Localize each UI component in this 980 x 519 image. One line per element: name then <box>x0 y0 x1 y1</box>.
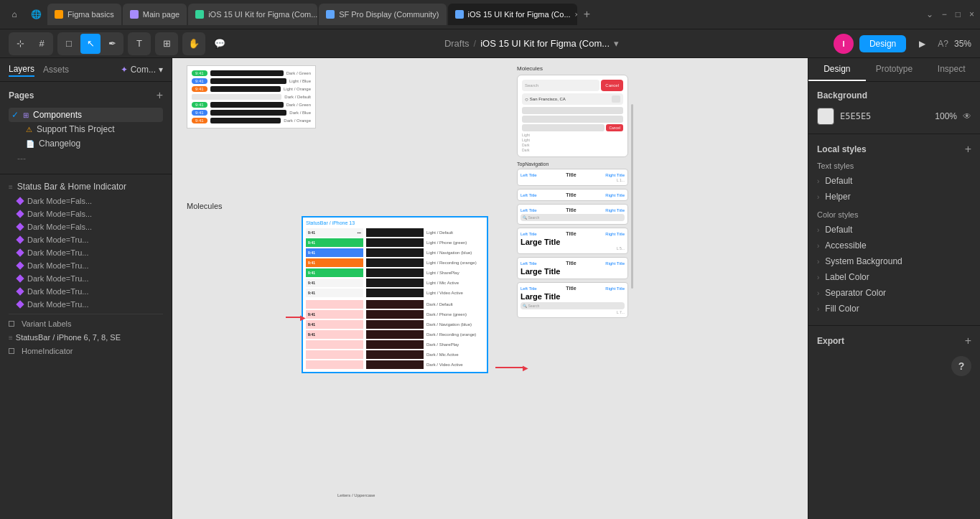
background-swatch[interactable] <box>817 108 834 125</box>
browser-tab-figma-basics[interactable]: Figma basics <box>47 4 121 25</box>
background-hex[interactable]: E5E5E5 <box>840 111 871 121</box>
file-name-label[interactable]: iOS 15 UI Kit for Figma (Com... <box>480 38 610 49</box>
tabs-overflow-icon[interactable]: ⌄ <box>926 9 933 19</box>
tab-design[interactable]: Design <box>808 58 866 81</box>
maximize-icon[interactable]: □ <box>956 9 961 19</box>
shapes-tool[interactable]: □ <box>59 34 79 54</box>
toolbar-tools: ⊹ # □ ↖ ✒ T ⊞ ✋ 💬 <box>9 32 230 55</box>
drafts-label[interactable]: Drafts <box>444 38 470 49</box>
color-style-accessible[interactable]: › Accessible <box>817 238 971 253</box>
share-button[interactable]: Design <box>859 35 906 52</box>
layer-item-2[interactable]: Dark Mode=Fals... <box>0 207 172 220</box>
layer-divider-1 <box>9 314 163 314</box>
layer-item-3[interactable]: Dark Mode=Fals... <box>0 220 172 233</box>
browser-top-bar: ⌂ 🌐 Figma basics Main page iOS 15 UI Kit… <box>0 0 980 29</box>
globe-icon[interactable]: 🌐 <box>27 6 45 23</box>
diamond-icon-3 <box>16 223 24 230</box>
page-item-support[interactable]: ⚠ Support This Project <box>9 122 163 136</box>
panel-community[interactable]: ✦ Com... ▾ <box>121 65 163 75</box>
page-item-components[interactable]: ✓ ⊞ Components <box>9 108 163 122</box>
color-style-default[interactable]: › Default <box>817 222 971 238</box>
pen-tool[interactable]: ✒ <box>102 34 122 54</box>
browser-tab-ios-kit-1[interactable]: iOS 15 UI Kit for Figma (Com... <box>188 4 317 25</box>
color-style-label-color[interactable]: › Label Color <box>817 269 971 285</box>
diamond-icon-5 <box>16 248 24 256</box>
browser-tab-main-page[interactable]: Main page <box>123 4 187 25</box>
toolbar-center: Drafts / iOS 15 UI Kit for Figma (Com...… <box>235 38 828 49</box>
nav-preview-large-2: Left Title Title Right Title Large Title <box>517 257 628 279</box>
browser-tab-ios-kit-active[interactable]: iOS 15 UI Kit for Figma (Co... × <box>448 4 577 25</box>
layer-item-4[interactable]: Dark Mode=Tru... <box>0 233 172 246</box>
background-section: Background E5E5E5 100% 👁 <box>808 82 980 134</box>
frame-tool[interactable]: # <box>32 34 52 54</box>
phone-row-dark-blue: 9:41 Dark / Navigation (blue) <box>306 320 484 329</box>
zoom-display[interactable]: 35% <box>954 39 971 49</box>
move-tool[interactable]: ⊹ <box>10 34 30 54</box>
page-label-support: Support This Project <box>37 124 115 134</box>
phone-row-dark-shareplay: Dark / SharePlay <box>306 340 484 349</box>
browser-tab-sf-pro[interactable]: SF Pro Display (Community) <box>319 4 446 25</box>
tab-inspect[interactable]: Inspect <box>923 58 980 81</box>
tab-layers[interactable]: Layers <box>9 62 34 77</box>
status-bar-layer[interactable]: ≡ StatusBar / iPhone 6, 7, 8, SE <box>0 330 172 345</box>
page-label-components: Components <box>33 110 82 120</box>
canvas-scrollbar[interactable] <box>631 104 633 289</box>
new-tab-button[interactable]: + <box>579 6 596 23</box>
color-style-separator-label: Separator Color <box>825 288 886 298</box>
select-tool[interactable]: ↖ <box>80 34 101 54</box>
layer-item-1[interactable]: Dark Mode=Fals... <box>0 195 172 207</box>
home-icon[interactable]: ⌂ <box>6 6 23 23</box>
help-button[interactable]: ? <box>951 356 971 376</box>
layer-home-indicator[interactable]: HomeIndicator <box>0 345 172 357</box>
tab-prototype[interactable]: Prototype <box>866 58 923 81</box>
play-button[interactable]: ▶ <box>912 34 932 54</box>
component-tool[interactable]: ⊞ <box>157 34 177 54</box>
layer-item-6[interactable]: Dark Mode=Tru... <box>0 259 172 272</box>
minimize-icon[interactable]: − <box>942 9 947 19</box>
add-style-button[interactable]: + <box>965 143 971 156</box>
chevron-icon-color-default: › <box>817 226 819 234</box>
rect-icon <box>9 321 14 327</box>
window-controls: ⌄ − □ × <box>926 9 974 19</box>
right-panel-tabs: Design Prototype Inspect <box>808 58 980 82</box>
eye-icon[interactable]: 👁 <box>963 111 971 121</box>
add-export-button[interactable]: + <box>965 335 971 347</box>
status-bar-main-frame[interactable]: StatusBar / iPhone 13 9:41 ▪▪▪ Light / D… <box>302 216 488 373</box>
add-page-button[interactable]: + <box>157 89 163 102</box>
text-style-default[interactable]: › Default <box>817 173 971 189</box>
close-window-icon[interactable]: × <box>969 9 974 19</box>
color-style-system-bg-label: System Background <box>825 256 902 266</box>
pages-header: Pages + <box>9 89 163 102</box>
text-tool[interactable]: T <box>129 34 149 54</box>
color-style-label-color-label: Label Color <box>825 272 869 282</box>
tab-close-icon[interactable]: × <box>575 9 577 19</box>
layer-item-8[interactable]: Dark Mode=Tru... <box>0 285 172 298</box>
phone-row-light-default: 9:41 ▪▪▪ Light / Default <box>306 228 484 237</box>
layer-item-7[interactable]: Dark Mode=Tru... <box>0 272 172 285</box>
help-container: ? <box>808 356 980 385</box>
layer-variant-labels[interactable]: Variant Labels <box>0 317 172 330</box>
canvas[interactable]: 9:41 Dark / Green 9:41 Light / Blue 9:41… <box>172 58 808 519</box>
phone-row-light-mic: 9:41 Light / Mic Active <box>306 279 484 287</box>
home-rect-icon <box>9 348 14 354</box>
page-label-changelog: Changelog <box>39 139 80 149</box>
comment-tool[interactable]: 💬 <box>210 34 230 54</box>
layer-item-9[interactable]: Dark Mode=Tru... <box>0 298 172 311</box>
prototype-indicator[interactable]: A? <box>938 39 948 49</box>
chevron-icon-fill: › <box>817 305 819 313</box>
file-dropdown-icon[interactable]: ▾ <box>614 38 619 49</box>
color-style-system-bg[interactable]: › System Background <box>817 253 971 269</box>
tool-group-main: ⊹ # <box>9 32 53 55</box>
hand-tool[interactable]: ✋ <box>184 34 204 54</box>
color-style-separator[interactable]: › Separator Color <box>817 285 971 301</box>
diamond-icon-2 <box>16 210 24 218</box>
color-style-fill[interactable]: › Fill Color <box>817 301 971 317</box>
layer-item-5[interactable]: Dark Mode=Tru... <box>0 246 172 259</box>
nav-preview-card-3: Left Title Title Right Title 🔍 Search <box>517 204 628 225</box>
chevron-icon-system-bg: › <box>817 258 819 266</box>
text-style-helper[interactable]: › Helper <box>817 189 971 205</box>
page-item-changelog[interactable]: 📄 Changelog <box>9 136 163 151</box>
home-indicator-text: HomeIndicator <box>22 347 73 355</box>
layer-group-status-bar[interactable]: ≡ Status Bar & Home Indicator <box>0 179 172 195</box>
tab-assets[interactable]: Assets <box>43 63 69 76</box>
